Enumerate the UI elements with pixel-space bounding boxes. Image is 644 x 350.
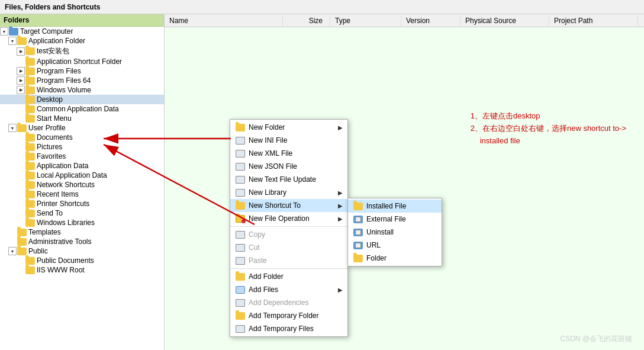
folders-header: Folders	[0, 14, 164, 27]
tree-label-printershortcuts: Printer Shortcuts	[37, 200, 89, 208]
menu-label-new-xml: New XML File	[249, 149, 343, 158]
tree-item-desktop[interactable]: Desktop	[0, 95, 164, 104]
folder-icon-localappdata	[25, 172, 35, 179]
submenu-label-installed-file: Installed File	[366, 202, 437, 210]
paste-icon	[235, 256, 246, 265]
tree-item-documents[interactable]: Documents	[0, 133, 164, 142]
menu-item-new-folder[interactable]: New Folder▶	[230, 121, 347, 134]
folder-icon-admintools	[17, 238, 27, 246]
expand-public[interactable]: ▼	[8, 247, 17, 255]
tree-item-publicdocs[interactable]: Public Documents	[0, 256, 164, 265]
menu-item-add-temp-folder[interactable]: Add Temporary Folder	[230, 309, 347, 322]
tree-item-programfiles[interactable]: ▶Program Files	[0, 66, 164, 76]
menu-item-new-file-operation[interactable]: New File Operation▶	[230, 212, 347, 225]
menu-item-new-json[interactable]: New JSON File	[230, 160, 347, 173]
tree-item-userprofile[interactable]: ▼User Profile	[0, 123, 164, 133]
submenu-item-folder[interactable]: Folder	[348, 252, 442, 265]
tree-item-windowslibs[interactable]: Windows Libraries	[0, 218, 164, 227]
menu-item-new-ini[interactable]: New INI File	[230, 134, 347, 147]
tree-item-target[interactable]: ▼Target Computer	[0, 27, 164, 36]
tree-label-windowslibs: Windows Libraries	[37, 219, 95, 227]
folder-icon-commonapp	[25, 105, 35, 113]
folder-icon-appdata	[25, 162, 35, 170]
tree-label-sendto: Send To	[37, 209, 63, 217]
tree-item-programfiles64[interactable]: ▶Program Files 64	[0, 76, 164, 85]
expand-target[interactable]: ▼	[0, 27, 8, 36]
file-icon	[235, 175, 246, 184]
tree-item-admintools[interactable]: Administrative Tools	[0, 237, 164, 246]
submenu-shortcut: Installed FileExternal FileUninstallURLF…	[347, 198, 442, 266]
folder-tree: ▼Target Computer▼Application Folder▶test…	[0, 27, 164, 350]
menu-label-add-files: Add Files	[249, 285, 332, 294]
folder-icon-desktop	[25, 96, 35, 104]
col-name[interactable]: Name	[165, 15, 283, 26]
folder-icon	[235, 123, 246, 132]
expand-appfolder[interactable]: ▼	[8, 37, 17, 45]
expand-programfiles[interactable]: ▶	[17, 67, 25, 75]
menu-item-new-library[interactable]: New Library▶	[230, 186, 347, 199]
folder-icon-userprofile	[17, 124, 27, 132]
annotation-line3: installed file	[471, 135, 626, 147]
col-project[interactable]: Project Path	[549, 15, 638, 26]
tree-item-pictures[interactable]: Pictures	[0, 142, 164, 152]
submenu-item-url[interactable]: URL	[348, 239, 442, 252]
cut-icon	[235, 243, 246, 252]
tree-label-appfolder: Application Folder	[28, 37, 85, 45]
expand-userprofile[interactable]: ▼	[8, 124, 17, 132]
tree-item-appdata[interactable]: Application Data	[0, 161, 164, 171]
folder-icon-documents	[25, 134, 35, 142]
add-tempfiles-icon	[235, 324, 246, 333]
tree-item-appshortcut[interactable]: Application Shortcut Folder	[0, 57, 164, 66]
menu-label-new-ini: New INI File	[249, 136, 343, 145]
expand-windowsvolume[interactable]: ▶	[17, 86, 25, 94]
tree-label-appshortcut: Application Shortcut Folder	[37, 57, 122, 66]
menu-item-new-text-update[interactable]: New Text File Update	[230, 173, 347, 186]
col-version[interactable]: Version	[401, 15, 461, 26]
menu-item-new-xml[interactable]: New XML File	[230, 147, 347, 160]
folder-icon-templates	[17, 229, 27, 236]
menu-label-new-file-operation: New File Operation	[249, 214, 332, 223]
menu-label-add-temp-files: Add Temporary Files	[249, 325, 343, 333]
menu-item-add-temp-files[interactable]: Add Temporary Files	[230, 322, 347, 335]
tree-item-appfolder[interactable]: ▼Application Folder	[0, 36, 164, 46]
tree-item-iiswwwroot[interactable]: IIS WWW Root	[0, 265, 164, 275]
tree-item-commonapp[interactable]: Common Application Data	[0, 104, 164, 114]
submenu-item-external-file[interactable]: External File	[348, 213, 442, 226]
tree-item-favorites[interactable]: Favorites	[0, 152, 164, 161]
menu-label-new-text-update: New Text File Update	[249, 175, 343, 184]
tree-label-documents: Documents	[37, 133, 73, 142]
expand-programfiles64[interactable]: ▶	[17, 76, 25, 85]
context-menu: New Folder▶New INI FileNew XML FileNew J…	[230, 119, 348, 337]
tree-label-target: Target Computer	[20, 27, 73, 36]
right-content: 1、左键点击desktop 2、在右边空白处右键，选择new shortcut …	[165, 27, 644, 350]
tree-item-printershortcuts[interactable]: Printer Shortcuts	[0, 199, 164, 208]
tree-item-windowsvolume[interactable]: ▶Windows Volume	[0, 85, 164, 95]
menu-item-cut: Cut	[230, 241, 347, 254]
expand-testinstall[interactable]: ▶	[17, 47, 25, 56]
col-physical[interactable]: Physical Source	[461, 15, 549, 26]
external-icon	[353, 214, 363, 224]
submenu-label-uninstall: Uninstall	[366, 228, 437, 236]
tree-item-public[interactable]: ▼Public	[0, 246, 164, 256]
folder-icon-windowslibs	[25, 219, 35, 227]
col-type[interactable]: Type	[330, 15, 401, 26]
tree-item-startmenu[interactable]: Start Menu	[0, 114, 164, 123]
submenu-item-installed-file[interactable]: Installed File	[348, 200, 442, 213]
menu-item-add-folder[interactable]: Add Folder	[230, 270, 347, 283]
tree-item-recentitems[interactable]: Recent Items	[0, 190, 164, 199]
tree-item-templates[interactable]: Templates	[0, 227, 164, 237]
folder-icon-target	[9, 28, 18, 36]
annotation: 1、左键点击desktop 2、在右边空白处右键，选择new shortcut …	[471, 110, 626, 147]
tree-label-programfiles: Program Files	[37, 67, 81, 75]
menu-arrow-new-file-operation: ▶	[338, 216, 343, 222]
col-size[interactable]: Size	[283, 15, 330, 26]
tree-item-sendto[interactable]: Send To	[0, 208, 164, 218]
submenu-item-uninstall[interactable]: Uninstall	[348, 226, 442, 239]
tree-item-testinstall[interactable]: ▶test安装包	[0, 46, 164, 57]
uninstall-icon	[353, 227, 363, 237]
tree-label-admintools: Administrative Tools	[28, 237, 92, 246]
menu-item-add-files[interactable]: Add Files▶	[230, 283, 347, 296]
menu-item-new-shortcut-to[interactable]: New Shortcut To▶Installed FileExternal F…	[230, 199, 347, 212]
tree-item-networkshortcuts[interactable]: Network Shortcuts	[0, 180, 164, 190]
tree-item-localappdata[interactable]: Local Application Data	[0, 171, 164, 180]
